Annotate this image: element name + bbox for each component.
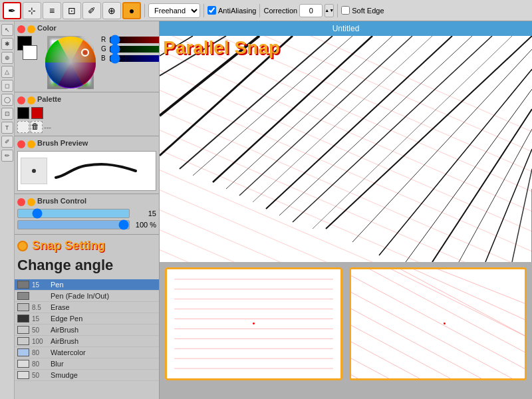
tool-name-5: AirBrush [51, 337, 78, 345]
palette-add-btn[interactable] [17, 121, 29, 133]
brush-preview-title: Brush Preview [37, 139, 88, 147]
correction-input[interactable]: 0 [299, 4, 323, 17]
tool-swatch [17, 303, 29, 311]
brush-preview-close[interactable] [17, 140, 25, 148]
tool-button-5[interactable]: ✐ [82, 2, 101, 19]
svg-point-4 [45, 37, 96, 88]
tool-list-item-edge-pen[interactable]: 15 Edge Pen [15, 313, 159, 325]
stroke-type-select[interactable]: Freehand [148, 3, 200, 18]
canvas-title-bar: Untitled [160, 21, 532, 36]
tool-list-item-erase[interactable]: 8.5 Erase [15, 302, 159, 313]
left-tool-rect[interactable]: ◻ [1, 80, 13, 92]
tool-button-6[interactable]: ⊕ [102, 2, 121, 19]
separator-4 [337, 4, 338, 17]
brush-control-close[interactable] [17, 198, 25, 206]
snap-header: Snap Setting [17, 239, 156, 253]
tool-swatch [17, 326, 29, 334]
brush-size-row: 15 [17, 209, 156, 218]
soft-edge-label: Soft Edge [352, 7, 384, 15]
bottom-panel-1-svg [167, 269, 340, 378]
tool-button-4[interactable]: ⊡ [63, 2, 81, 19]
g-slider[interactable] [110, 46, 160, 53]
left-tool-zoom[interactable]: ⊕ [1, 52, 13, 64]
soft-edge-checkbox[interactable] [341, 6, 350, 15]
main-canvas[interactable] [160, 36, 532, 262]
left-tool-text[interactable]: T [1, 122, 13, 134]
tool-size-4: 50 [32, 327, 48, 334]
svg-point-6 [83, 51, 87, 55]
correction-spinner[interactable]: ▲▼ [325, 4, 334, 17]
left-tool-triangle[interactable]: △ [1, 66, 13, 78]
b-slider[interactable] [110, 55, 160, 62]
brush-preview-min[interactable] [27, 140, 35, 148]
palette-panel-close[interactable] [17, 96, 25, 104]
left-tool-circle[interactable]: ◯ [1, 94, 13, 106]
tool-button-3[interactable]: ≡ [43, 2, 61, 19]
tool-swatch [17, 360, 29, 368]
brush-stroke-svg [53, 158, 139, 184]
correction-label: Correction [263, 7, 297, 15]
tool-button-2[interactable]: ⊹ [23, 2, 41, 19]
r-slider-row: R 0 [101, 36, 160, 43]
bottom-panels [160, 262, 532, 399]
tool-list-item-blur[interactable]: 80 Blur [15, 358, 159, 370]
left-tool-grid[interactable]: ⊡ [1, 108, 13, 120]
tool-size-6: 80 [32, 349, 48, 356]
tool-list: 15 Pen Pen (Fade In/Out) 8.5 Erase 15 Ed… [15, 279, 159, 381]
tool-list-item-smudge[interactable]: 50 Smudge [15, 370, 159, 381]
rgb-sliders: R 0 G 0 B 0 [101, 36, 160, 64]
antialias-checkbox-label: AntiAliasing [207, 6, 256, 15]
brush-opacity-slider[interactable] [17, 220, 130, 229]
color-panel-title: Color [37, 24, 57, 32]
tool-list-item-pen-fade[interactable]: Pen (Fade In/Out) [15, 291, 159, 302]
color-panel-min[interactable] [27, 25, 35, 33]
color-panel-close[interactable] [17, 25, 25, 33]
snap-title: Snap Setting [32, 239, 105, 253]
circle-tool-button[interactable]: ● [122, 2, 141, 19]
tool-size-3: 15 [32, 315, 48, 323]
svg-rect-58 [358, 269, 517, 378]
tool-name-1: Pen (Fade In/Out) [51, 292, 109, 300]
palette-delete-btn[interactable]: 🗑 [31, 121, 43, 133]
brush-preview-section: Brush Preview [15, 136, 159, 194]
tool-list-item-watercolor[interactable]: 80 Watercolor [15, 347, 159, 358]
background-color-swatch[interactable] [23, 45, 37, 60]
brush-size-value: 15 [132, 209, 156, 217]
brush-opacity-value: 100 % [132, 221, 156, 229]
palette-panel-min[interactable] [27, 96, 35, 104]
tool-name-6: Watercolor [51, 348, 86, 356]
palette-black[interactable] [17, 107, 29, 119]
bottom-panel-1 [165, 267, 342, 380]
tool-size-5: 100 [32, 338, 48, 345]
tool-list-item-airbrush2[interactable]: 100 AirBrush [15, 336, 159, 347]
left-tool-eyedrop[interactable]: ✏ [1, 150, 13, 162]
palette-swatches-row [17, 107, 156, 119]
palette-red[interactable] [31, 107, 43, 119]
left-tool-select[interactable]: ↖ [1, 24, 13, 36]
brush-size-slider[interactable] [17, 209, 130, 218]
svg-point-71 [444, 323, 446, 325]
b-slider-row: B 0 [101, 55, 160, 62]
left-tool-pen[interactable]: ✐ [1, 136, 13, 148]
r-slider[interactable] [110, 37, 160, 43]
color-area: R 0 G 0 B 0 [17, 36, 156, 89]
snap-setting-section: Snap Setting Change angle [15, 235, 159, 279]
tool-name-2: Erase [51, 303, 70, 311]
palette-bottom-row: 🗑 --- [17, 121, 156, 133]
palette-section: Palette 🗑 --- [15, 92, 159, 136]
tool-swatch [17, 371, 29, 379]
tool-swatch [17, 292, 29, 300]
pen-tool-button[interactable]: ✒ [3, 2, 21, 19]
left-tool-lasso[interactable]: ✱ [1, 38, 13, 50]
b-label: B [101, 55, 108, 62]
tool-list-item-airbrush1[interactable]: 50 AirBrush [15, 325, 159, 336]
tool-list-item-pen[interactable]: 15 Pen [15, 279, 159, 291]
antialias-checkbox[interactable] [207, 6, 216, 15]
palette-dash: --- [44, 123, 51, 131]
palette-panel-title: Palette [37, 95, 61, 103]
brush-control-min[interactable] [27, 198, 35, 206]
tool-swatch [17, 337, 29, 345]
separator-1 [144, 4, 145, 17]
brush-preview-box [17, 151, 156, 191]
color-wheel[interactable] [44, 36, 97, 89]
